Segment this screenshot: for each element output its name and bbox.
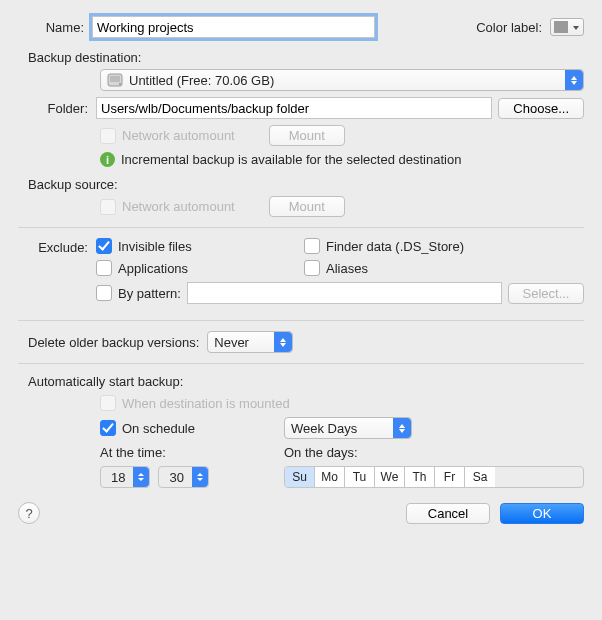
on-schedule-label: On schedule (122, 421, 195, 436)
svg-rect-1 (110, 76, 120, 82)
divider (18, 363, 584, 364)
updown-icon (274, 332, 292, 352)
cancel-button[interactable]: Cancel (406, 503, 490, 524)
info-icon: i (100, 152, 115, 167)
day-mo[interactable]: Mo (315, 467, 345, 487)
day-sa[interactable]: Sa (465, 467, 495, 487)
exclude-applications-checkbox[interactable] (96, 260, 112, 276)
day-th[interactable]: Th (405, 467, 435, 487)
source-network-automount-checkbox (100, 199, 116, 215)
exclude-applications-label: Applications (118, 261, 188, 276)
dest-network-automount-checkbox (100, 128, 116, 144)
folder-label: Folder: (18, 101, 96, 116)
day-tu[interactable]: Tu (345, 467, 375, 487)
backup-settings-dialog: Name: Color label: Backup destination: U… (0, 0, 602, 538)
exclude-select-button: Select... (508, 283, 584, 304)
exclude-invisible-checkbox[interactable] (96, 238, 112, 254)
folder-input[interactable] (96, 97, 492, 119)
hour-value: 18 (101, 470, 133, 485)
updown-icon (393, 418, 411, 438)
on-schedule-checkbox[interactable] (100, 420, 116, 436)
exclude-pattern-checkbox[interactable] (96, 285, 112, 301)
exclude-label: Exclude: (18, 238, 96, 255)
exclude-pattern-input[interactable] (187, 282, 502, 304)
on-days-label: On the days: (284, 445, 358, 460)
exclude-invisible-label: Invisible files (118, 239, 192, 254)
help-button[interactable]: ? (18, 502, 40, 524)
schedule-kind-popup[interactable]: Week Days (284, 417, 412, 439)
stepper-control-icon (192, 467, 208, 487)
days-selector[interactable]: SuMoTuWeThFrSa (284, 466, 584, 488)
backup-source-title: Backup source: (28, 177, 584, 192)
divider (18, 320, 584, 321)
source-network-automount-label: Network automount (122, 199, 235, 214)
source-mount-button: Mount (269, 196, 345, 217)
destination-popup[interactable]: Untitled (Free: 70.06 GB) (100, 69, 584, 91)
delete-older-label: Delete older backup versions: (28, 335, 199, 350)
dest-mount-button: Mount (269, 125, 345, 146)
exclude-pattern-label: By pattern: (118, 286, 181, 301)
minute-value: 30 (159, 470, 191, 485)
day-fr[interactable]: Fr (435, 467, 465, 487)
exclude-finder-label: Finder data (.DS_Store) (326, 239, 464, 254)
svg-point-2 (119, 83, 121, 85)
auto-when-mounted-label: When destination is mounted (122, 396, 290, 411)
delete-older-value: Never (214, 335, 249, 350)
day-we[interactable]: We (375, 467, 405, 487)
exclude-finder-checkbox[interactable] (304, 238, 320, 254)
color-label-picker[interactable] (550, 18, 584, 36)
stepper-control-icon (133, 467, 149, 487)
delete-older-popup[interactable]: Never (207, 331, 293, 353)
auto-when-mounted-checkbox (100, 395, 116, 411)
hour-stepper[interactable]: 18 (100, 466, 150, 488)
updown-icon (565, 70, 583, 90)
drive-icon (107, 72, 123, 88)
dest-network-automount-label: Network automount (122, 128, 235, 143)
name-label: Name: (18, 20, 92, 35)
auto-start-title: Automatically start backup: (28, 374, 584, 389)
schedule-kind-value: Week Days (291, 421, 357, 436)
at-time-label: At the time: (100, 445, 166, 460)
exclude-aliases-label: Aliases (326, 261, 368, 276)
exclude-aliases-checkbox[interactable] (304, 260, 320, 276)
day-su[interactable]: Su (285, 467, 315, 487)
choose-folder-button[interactable]: Choose... (498, 98, 584, 119)
destination-value: Untitled (Free: 70.06 GB) (129, 73, 274, 88)
name-input[interactable] (92, 16, 375, 38)
divider (18, 227, 584, 228)
destination-info-text: Incremental backup is available for the … (121, 152, 461, 167)
ok-button[interactable]: OK (500, 503, 584, 524)
minute-stepper[interactable]: 30 (158, 466, 208, 488)
color-label-text: Color label: (476, 20, 542, 35)
backup-destination-title: Backup destination: (28, 50, 584, 65)
